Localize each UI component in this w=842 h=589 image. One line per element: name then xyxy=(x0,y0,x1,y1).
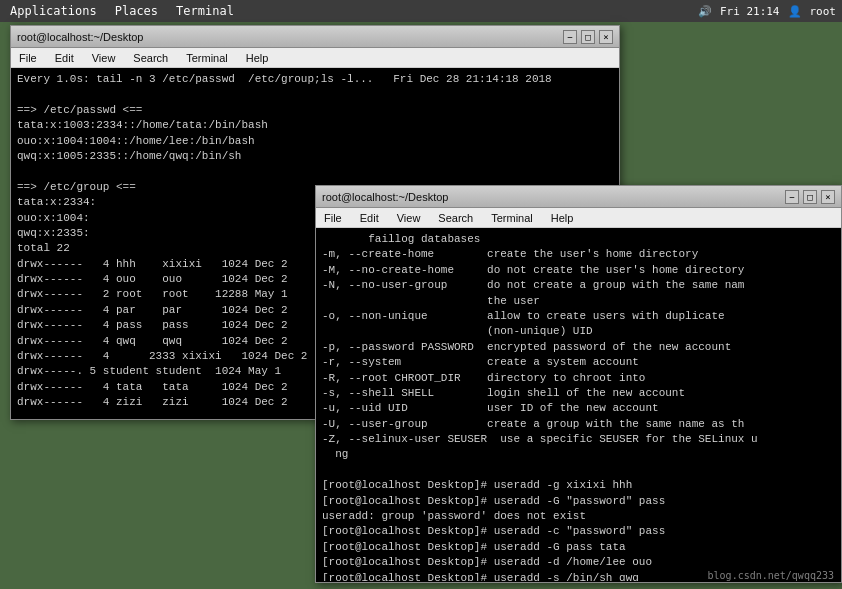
minimize-button-1[interactable]: − xyxy=(563,30,577,44)
menu-edit-1[interactable]: Edit xyxy=(51,52,78,64)
title-bar-1: root@localhost:~/Desktop − □ × xyxy=(11,26,619,48)
menu-view-1[interactable]: View xyxy=(88,52,120,64)
terminal-body-2[interactable]: faillog databases -m, --create-home crea… xyxy=(316,228,841,581)
menu-bar-2: File Edit View Search Terminal Help xyxy=(316,208,841,228)
terminal-menu[interactable]: Terminal xyxy=(172,4,238,18)
clock: Fri 21:14 xyxy=(720,5,780,18)
menu-terminal-1[interactable]: Terminal xyxy=(182,52,232,64)
taskbar-left: Applications Places Terminal xyxy=(6,4,238,18)
menu-help-2[interactable]: Help xyxy=(547,212,578,224)
window-title-1: root@localhost:~/Desktop xyxy=(17,31,143,43)
sound-icon: 🔊 xyxy=(698,5,712,18)
taskbar: Applications Places Terminal 🔊 Fri 21:14… xyxy=(0,0,842,22)
window-controls-2: − □ × xyxy=(785,190,835,204)
user-icon: 👤 xyxy=(788,5,802,18)
close-button-1[interactable]: × xyxy=(599,30,613,44)
menu-search-1[interactable]: Search xyxy=(129,52,172,64)
menu-edit-2[interactable]: Edit xyxy=(356,212,383,224)
maximize-button-2[interactable]: □ xyxy=(803,190,817,204)
places-menu[interactable]: Places xyxy=(111,4,162,18)
menu-help-1[interactable]: Help xyxy=(242,52,273,64)
minimize-button-2[interactable]: − xyxy=(785,190,799,204)
maximize-button-1[interactable]: □ xyxy=(581,30,595,44)
taskbar-right: 🔊 Fri 21:14 👤 root xyxy=(698,5,836,18)
menu-file-1[interactable]: File xyxy=(15,52,41,64)
window-controls-1: − □ × xyxy=(563,30,613,44)
close-button-2[interactable]: × xyxy=(821,190,835,204)
terminal-window-2: root@localhost:~/Desktop − □ × File Edit… xyxy=(315,185,842,583)
username: root xyxy=(810,5,837,18)
window-title-2: root@localhost:~/Desktop xyxy=(322,191,448,203)
menu-search-2[interactable]: Search xyxy=(434,212,477,224)
menu-bar-1: File Edit View Search Terminal Help xyxy=(11,48,619,68)
title-bar-2: root@localhost:~/Desktop − □ × xyxy=(316,186,841,208)
menu-terminal-2[interactable]: Terminal xyxy=(487,212,537,224)
applications-menu[interactable]: Applications xyxy=(6,4,101,18)
menu-file-2[interactable]: File xyxy=(320,212,346,224)
menu-view-2[interactable]: View xyxy=(393,212,425,224)
